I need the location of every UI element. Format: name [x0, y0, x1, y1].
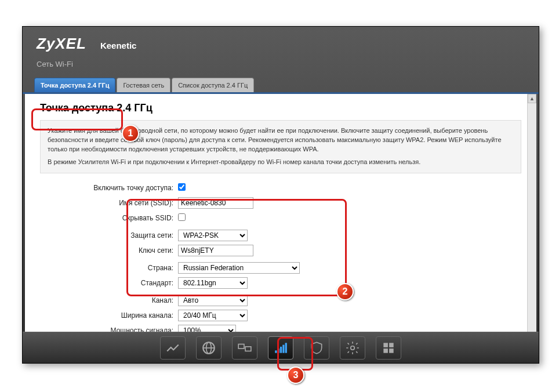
svg-rect-13 — [383, 349, 388, 353]
power-label: Мощность сигнала: — [40, 326, 178, 332]
page-title: Точка доступа 2.4 ГГц — [40, 102, 521, 114]
svg-rect-8 — [282, 344, 284, 353]
dock-wifi-button[interactable] — [268, 336, 293, 360]
gear-icon — [345, 340, 360, 355]
brand-logo: ZyXEL — [37, 35, 86, 53]
key-label: Ключ сети: — [40, 246, 178, 255]
ssid-input[interactable] — [178, 197, 253, 209]
tab-access-point[interactable]: Точка доступа 2.4 ГГц — [34, 78, 115, 92]
svg-rect-6 — [278, 349, 280, 353]
hide-ssid-label: Скрывать SSID: — [40, 214, 178, 222]
globe-icon — [201, 340, 216, 355]
key-input[interactable] — [178, 245, 253, 256]
svg-rect-9 — [285, 343, 287, 353]
content-area: Точка доступа 2.4 ГГц Укажите имя для ва… — [25, 94, 536, 332]
width-select[interactable]: 20/40 МГц — [178, 310, 248, 321]
enable-ap-checkbox[interactable] — [178, 183, 186, 191]
scrollbar[interactable]: ▲ — [527, 94, 536, 332]
chart-line-icon — [165, 340, 180, 355]
svg-rect-12 — [389, 343, 394, 347]
bottom-dock — [23, 332, 539, 363]
security-label: Защита сети: — [40, 231, 178, 239]
dock-settings-button[interactable] — [340, 336, 365, 360]
channel-label: Канал: — [40, 296, 178, 304]
country-select[interactable]: Russian Federation — [178, 262, 300, 274]
dock-status-button[interactable] — [160, 336, 186, 360]
tab-access-list[interactable]: Список доступа 2.4 ГГц — [172, 78, 254, 92]
svg-rect-7 — [280, 346, 282, 353]
hide-ssid-checkbox[interactable] — [178, 213, 186, 221]
power-select[interactable]: 100% — [178, 325, 236, 332]
svg-rect-3 — [238, 344, 244, 349]
info-text-1: Укажите имя для вашей беспроводной сети,… — [48, 126, 514, 154]
info-text-2: В режиме Усилителя Wi-Fi и при подключен… — [48, 158, 514, 167]
app-window: ZyXEL Keenetic Сеть Wi-Fi Точка доступа … — [22, 26, 539, 364]
monitors-icon — [237, 340, 252, 355]
svg-rect-5 — [275, 350, 277, 353]
shield-icon — [309, 340, 324, 355]
security-select[interactable]: WPA2-PSK — [178, 230, 248, 241]
header: ZyXEL Keenetic Сеть Wi-Fi — [23, 27, 539, 72]
signal-bars-icon — [273, 340, 288, 355]
dock-apps-button[interactable] — [376, 336, 401, 360]
width-label: Ширина канала: — [40, 311, 178, 320]
section-subtitle: Сеть Wi-Fi — [37, 60, 525, 68]
svg-rect-4 — [245, 346, 251, 351]
dock-network-button[interactable] — [232, 336, 257, 360]
info-box: Укажите имя для вашей беспроводной сети,… — [40, 120, 521, 173]
tab-bar: Точка доступа 2.4 ГГц Гостевая сеть Спис… — [23, 78, 539, 94]
scroll-up-icon[interactable]: ▲ — [528, 94, 536, 103]
enable-ap-label: Включить точку доступа: — [40, 184, 178, 192]
annotation-badge-3: 3 — [287, 366, 304, 384]
tab-guest-network[interactable]: Гостевая сеть — [117, 78, 170, 92]
grid-icon — [381, 340, 396, 355]
country-label: Страна: — [40, 264, 178, 272]
model-name: Keenetic — [100, 41, 137, 50]
dock-internet-button[interactable] — [196, 336, 222, 360]
settings-form: Включить точку доступа: Имя сети (SSID):… — [40, 182, 521, 332]
dock-firewall-button[interactable] — [304, 336, 329, 360]
channel-select[interactable]: Авто — [178, 295, 248, 306]
svg-point-10 — [351, 346, 355, 350]
standard-label: Стандарт: — [40, 279, 178, 287]
svg-rect-14 — [389, 349, 394, 353]
ssid-label: Имя сети (SSID): — [40, 199, 178, 207]
standard-select[interactable]: 802.11bgn — [178, 277, 248, 289]
svg-rect-11 — [383, 343, 388, 347]
